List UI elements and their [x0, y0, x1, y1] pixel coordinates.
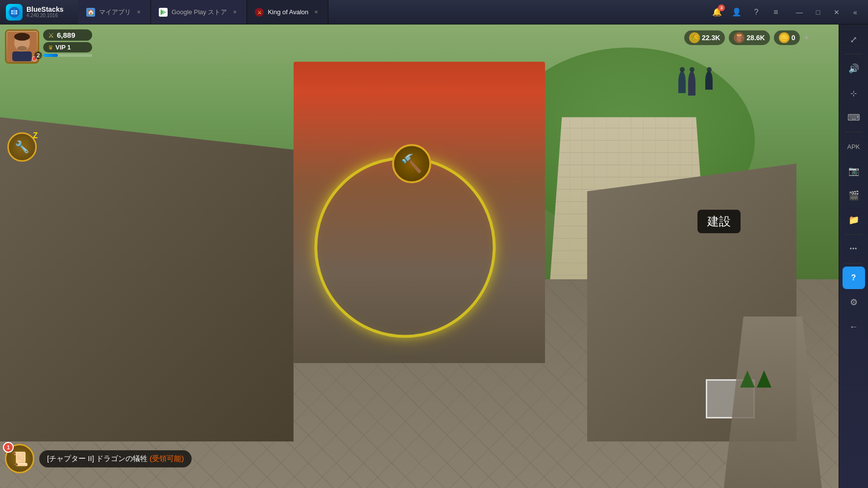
tab-avalon[interactable]: ⚔ King of Avalon ✕ — [247, 0, 328, 24]
avatar-frame[interactable] — [5, 29, 39, 64]
sidebar-divider-2 — [845, 132, 863, 132]
player-stats: ⚔ 6,889 ♛ VIP 1 2 — [43, 29, 92, 57]
tab-home[interactable]: 🏠 マイアプリ ✕ — [78, 0, 151, 24]
power-display: ⚔ 6,889 — [43, 29, 92, 41]
tab-home-label: マイアプリ — [99, 8, 131, 17]
quest-title: ドラゴンの犠牲 — [96, 454, 148, 463]
close-icon: ✕ — [834, 8, 840, 16]
tab-home-close[interactable]: ✕ — [135, 8, 143, 16]
window-controls: — □ ✕ « — [787, 3, 864, 21]
build-icon: 🔨 — [400, 153, 422, 174]
folder-button[interactable]: 📁 — [843, 209, 865, 231]
menu-button[interactable]: ≡ — [767, 3, 785, 21]
close-button[interactable]: ✕ — [828, 3, 845, 21]
tab-playstore[interactable]: Google Play ストア ✕ — [151, 0, 247, 24]
sidebar-divider-3 — [845, 234, 863, 235]
cursor-icon: ⊹ — [850, 89, 857, 98]
keyboard-icon: ⌨ — [847, 112, 860, 123]
gold-value: 0 — [792, 34, 795, 42]
food-value: 22.3K — [702, 34, 720, 42]
more-button[interactable]: ••• — [843, 238, 865, 260]
cursor-button[interactable]: ⊹ — [843, 82, 865, 104]
titlebar-right: 🔔 3 👤 ? ≡ — □ ✕ — [704, 3, 868, 21]
quest-icon-wrap: 📜 1 — [5, 444, 34, 473]
folder-icon: 📁 — [848, 215, 859, 225]
tab-avalon-close[interactable]: ✕ — [312, 8, 320, 16]
build-indicator[interactable]: 🔨 — [392, 144, 431, 183]
bluestacks-logo[interactable]: BlueStacks 4.240.20.1016 — [0, 4, 78, 21]
title-bar: BlueStacks 4.240.20.1016 🏠 マイアプリ ✕ Googl… — [0, 0, 868, 24]
tab-home-favicon: 🏠 — [86, 8, 95, 17]
bluestacks-name: BlueStacks — [26, 6, 63, 13]
quest-text[interactable]: [チャプター II] ドラゴンの犠牲 (受領可能) — [39, 450, 192, 467]
food-resource[interactable]: 🌾 22.3K — [684, 30, 725, 45]
help-button[interactable]: ? — [747, 3, 765, 21]
macro-icon[interactable]: 🔧 Z — [7, 132, 37, 162]
level-bar-container: 2 — [43, 54, 92, 57]
svg-point-9 — [17, 46, 27, 51]
gold-icon: 🪙 — [779, 32, 790, 43]
back-icon: « — [853, 8, 857, 16]
svg-text:⚔: ⚔ — [257, 10, 262, 15]
bluestacks-icon — [6, 4, 23, 21]
tab-playstore-favicon — [159, 8, 168, 17]
game-area[interactable]: 🌾 22.3K 🪵 28.6K 🪙 0 + — [0, 24, 839, 488]
tab-playstore-close[interactable]: ✕ — [231, 8, 239, 16]
gold-resource[interactable]: 🪙 0 — [774, 30, 800, 45]
menu-icon: ≡ — [773, 8, 778, 17]
power-value: 6,889 — [57, 31, 75, 39]
apk-button[interactable]: APK — [843, 135, 865, 158]
minimize-icon: — — [796, 8, 803, 16]
maximize-button[interactable]: □ — [809, 3, 827, 21]
xp-bar — [43, 54, 92, 57]
help-sidebar-button[interactable]: ? — [843, 267, 865, 289]
account-icon: 👤 — [732, 7, 742, 17]
sound-icon: 🔊 — [848, 63, 859, 74]
vip-badge[interactable]: ♛ VIP 1 — [43, 42, 92, 52]
bluestacks-version: 4.240.20.1016 — [26, 13, 63, 19]
account-button[interactable]: 👤 — [728, 3, 745, 21]
back-button[interactable]: « — [846, 3, 864, 21]
castle-tower-main — [294, 62, 545, 363]
more-icon: ••• — [850, 245, 858, 252]
wood-value: 28.6K — [746, 34, 765, 42]
zzz-indicator: Z — [33, 131, 38, 140]
settings-icon: ⚙ — [850, 297, 858, 308]
tab-avalon-label: King of Avalon — [268, 8, 308, 16]
minimize-button[interactable]: — — [791, 3, 808, 21]
right-sidebar: ⤢ 🔊 ⊹ ⌨ APK 📷 🎬 📁 — [839, 24, 868, 488]
castle-wall-left — [0, 117, 294, 441]
screenshot-icon: 📷 — [848, 166, 859, 176]
video-button[interactable]: 🎬 — [843, 184, 865, 207]
quest-bar: 📜 1 [チャプター II] ドラゴンの犠牲 (受領可能) — [5, 444, 192, 473]
wood-resource[interactable]: 🪵 28.6K — [729, 30, 769, 45]
resource-bar: 🌾 22.3K 🪵 28.6K 🪙 0 + — [684, 30, 809, 45]
app-window: BlueStacks 4.240.20.1016 🏠 マイアプリ ✕ Googl… — [0, 0, 868, 488]
wood-icon: 🪵 — [734, 32, 744, 43]
help-icon: ? — [754, 8, 759, 17]
food-icon: 🌾 — [689, 32, 700, 43]
notification-button[interactable]: 🔔 3 — [708, 3, 726, 21]
construction-label[interactable]: 建設 — [697, 210, 741, 233]
screenshot-button[interactable]: 📷 — [843, 160, 865, 182]
sound-button[interactable]: 🔊 — [843, 57, 865, 80]
quest-badge: 1 — [3, 442, 14, 453]
add-resource-button[interactable]: + — [804, 33, 809, 43]
tab-playstore-label: Google Play ストア — [172, 8, 227, 17]
bluestacks-text: BlueStacks 4.240.20.1016 — [26, 6, 63, 19]
vip-text: VIP 1 — [55, 44, 71, 51]
quest-available: (受領可能) — [149, 454, 184, 463]
keyboard-button[interactable]: ⌨ — [843, 106, 865, 129]
xp-fill — [43, 54, 58, 57]
fullscreen-icon: ⤢ — [850, 34, 857, 45]
apk-icon: APK — [847, 143, 860, 150]
main-content: 🌾 22.3K 🪵 28.6K 🪙 0 + — [0, 24, 868, 488]
player-avatar-area: ⚔ 6,889 ♛ VIP 1 2 — [5, 29, 92, 64]
notification-badge: 3 — [718, 4, 725, 11]
fullscreen-button[interactable]: ⤢ — [843, 28, 865, 51]
video-icon: 🎬 — [848, 190, 859, 201]
back-sidebar-button[interactable]: ← — [843, 316, 865, 338]
sidebar-divider-4 — [845, 263, 863, 264]
settings-button[interactable]: ⚙ — [843, 291, 865, 314]
maximize-icon: □ — [816, 8, 820, 16]
